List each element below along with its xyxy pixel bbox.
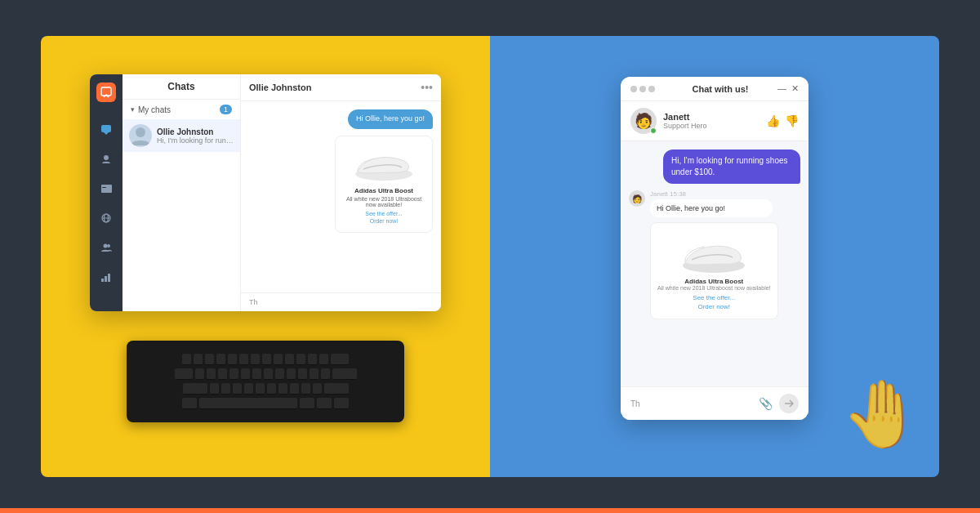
conv-menu-icon[interactable]: ••• [421, 81, 433, 94]
bottom-accent-bar [0, 508, 980, 513]
left-panel: Chats ▾ My chats 1 Ollie Johnston [41, 36, 490, 477]
dot-2 [639, 86, 646, 92]
message-timestamp: Janett 15:38 [650, 190, 778, 198]
minimize-button[interactable]: — [777, 83, 786, 94]
my-chats-row[interactable]: ▾ My chats 1 [122, 100, 240, 119]
desktop-app-window: Chats ▾ My chats 1 Ollie Johnston [90, 74, 441, 311]
sent-message-1: Hi Ollie, here you go! [348, 109, 433, 129]
sidebar-icon-chat[interactable] [98, 122, 114, 138]
right-panel: Chat with us! — ✕ 🧑 Janett Support Hero … [490, 36, 939, 477]
product-name-small: Adidas Ultra Boost [342, 187, 425, 194]
svg-rect-12 [108, 274, 110, 282]
keyboard-row-4 [182, 398, 349, 409]
agent-online-indicator [650, 127, 657, 134]
chat-count-badge: 1 [220, 105, 232, 114]
widget-product-desc: All white new 2018 Ultraboost now availa… [657, 285, 771, 291]
dot-3 [648, 86, 655, 92]
received-text-bubble: Hi Ollie, here you go! [650, 199, 773, 217]
widget-see-offer-link[interactable]: See the offer... [657, 294, 771, 301]
svg-point-9 [107, 244, 110, 248]
widget-order-now-link[interactable]: Order now! [657, 303, 771, 310]
order-now-link-small[interactable]: Order now! [342, 218, 425, 224]
widget-chat-input[interactable] [630, 399, 752, 408]
keyboard-row-2 [175, 368, 357, 380]
chat-avatar [129, 124, 152, 147]
svg-point-13 [136, 127, 145, 137]
widget-window-actions: — ✕ [777, 83, 799, 94]
chat-item-preview: Hi, I'm looking for running shoes... [157, 136, 234, 145]
widget-received-message: 🧑 Janett 15:38 Hi Ollie, here you go! [629, 190, 800, 319]
widget-window-dots [630, 86, 655, 92]
shoe-image [351, 143, 416, 184]
sidebar-icon-card[interactable] [98, 181, 114, 197]
widget-agent-bar: 🧑 Janett Support Hero 👍 👎 [621, 101, 808, 141]
widget-shoe-image [677, 230, 751, 274]
chat-item-name: Ollie Johnston [157, 127, 234, 136]
main-container: Chats ▾ My chats 1 Ollie Johnston [41, 36, 939, 477]
svg-rect-1 [101, 125, 111, 132]
sidebar-icon-globe[interactable] [98, 210, 114, 226]
widget-product-card: Adidas Ultra Boost All white new 2018 Ul… [650, 222, 778, 319]
chat-item-info: Ollie Johnston Hi, I'm looking for runni… [157, 127, 234, 145]
agent-rating: 👍 👎 [766, 114, 799, 127]
widget-product-name: Adidas Ultra Boost [657, 278, 771, 285]
widget-sent-message: Hi, I'm looking for running shoes under … [663, 149, 800, 184]
my-chats-label: My chats [138, 105, 216, 114]
app-sidebar [90, 74, 122, 311]
received-avatar: 🧑 [629, 190, 645, 207]
chat-list-panel: Chats ▾ My chats 1 Ollie Johnston [122, 74, 241, 311]
agent-role: Support Hero [663, 122, 760, 130]
chevron-icon: ▾ [131, 105, 135, 114]
hand-phone-decoration: 🤚 [841, 376, 923, 453]
widget-title: Chat with us! [663, 84, 777, 94]
agent-face-icon: 🧑 [635, 112, 653, 130]
svg-point-2 [104, 155, 109, 160]
see-offer-link-small[interactable]: See the offer... [342, 211, 425, 216]
widget-title-bar: Chat with us! — ✕ [621, 77, 808, 101]
dot-1 [630, 86, 637, 92]
sidebar-icon-users[interactable] [98, 239, 114, 256]
product-card: Adidas Ultra Boost All white new 2018 Ul… [335, 136, 433, 233]
keyboard-row-3 [183, 383, 349, 395]
agent-avatar: 🧑 [630, 108, 657, 134]
svg-point-8 [103, 244, 107, 248]
sidebar-icon-person[interactable] [98, 151, 114, 167]
svg-rect-3 [101, 185, 112, 193]
product-desc-small: All white new 2018 Ultraboost now availa… [342, 196, 425, 207]
conv-header: Ollie Johnston ••• [241, 74, 441, 101]
svg-rect-4 [102, 187, 106, 188]
sidebar-logo[interactable] [96, 83, 116, 102]
chat-input[interactable] [249, 298, 433, 306]
widget-input-bar: 📎 [621, 386, 808, 420]
mobile-widget: Chat with us! — ✕ 🧑 Janett Support Hero … [621, 77, 808, 420]
thumbs-down-button[interactable]: 👎 [785, 114, 799, 127]
chat-conversation-panel: Ollie Johnston ••• Hi Ollie, here you go… [241, 74, 441, 311]
agent-info: Janett Support Hero [663, 112, 760, 130]
close-button[interactable]: ✕ [791, 83, 799, 94]
chat-messages-area: Hi Ollie, here you go! Adidas Ultra Boos… [241, 101, 441, 292]
attach-icon[interactable]: 📎 [759, 397, 773, 410]
send-button[interactable] [779, 394, 799, 413]
chat-input-area [241, 292, 441, 311]
conv-agent-name: Ollie Johnston [249, 83, 421, 92]
sidebar-icon-chart[interactable] [98, 269, 114, 285]
svg-rect-10 [101, 279, 104, 282]
svg-rect-11 [105, 276, 107, 282]
chat-list-item[interactable]: Ollie Johnston Hi, I'm looking for runni… [122, 119, 240, 152]
keyboard [127, 341, 404, 422]
chat-list-header: Chats [122, 74, 240, 100]
widget-messages-area: Hi, I'm looking for running shoes under … [621, 141, 808, 386]
thumbs-up-button[interactable]: 👍 [766, 114, 780, 127]
agent-name: Janett [663, 112, 760, 122]
keyboard-row-1 [182, 354, 349, 365]
